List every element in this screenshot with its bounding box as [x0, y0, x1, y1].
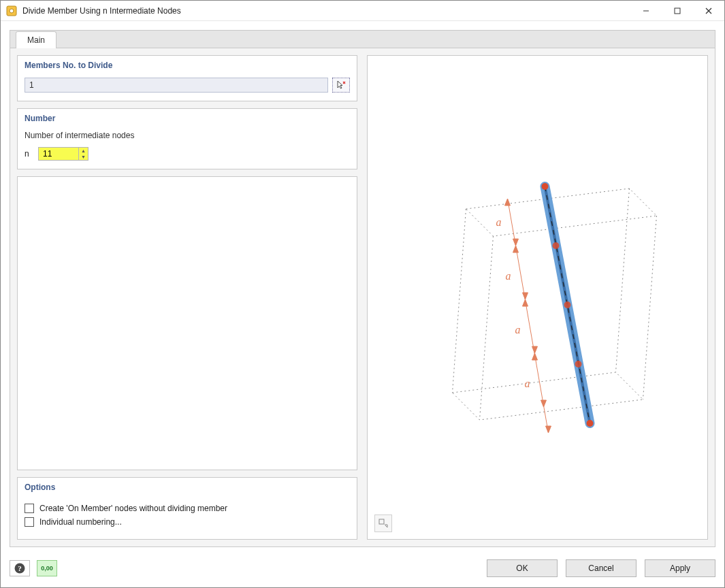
tab-main[interactable]: Main: [16, 31, 57, 48]
checkbox-create-on-member[interactable]: Create 'On Member' nodes without dividin…: [25, 504, 350, 513]
svg-point-18: [553, 242, 560, 249]
svg-point-1: [10, 9, 14, 13]
pick-members-button[interactable]: [332, 78, 350, 93]
cancel-button[interactable]: Cancel: [566, 559, 637, 577]
svg-marker-8: [466, 189, 657, 236]
pointer-icon: [336, 80, 347, 91]
svg-line-22: [508, 199, 549, 433]
svg-marker-27: [523, 299, 528, 306]
app-icon: [6, 5, 17, 16]
preview-pane: a a a a: [367, 55, 708, 540]
units-button[interactable]: 0,00: [37, 560, 57, 576]
svg-rect-3: [675, 8, 680, 14]
help-icon: ?: [14, 562, 26, 574]
window-controls: [630, 1, 724, 21]
spin-down-icon[interactable]: ▼: [79, 154, 88, 160]
checkbox-create-on-member-label: Create 'On Member' nodes without dividin…: [39, 504, 227, 513]
preview-illustration: a a a a: [368, 56, 707, 539]
svg-marker-24: [513, 239, 519, 246]
number-label: Number of intermediate nodes: [25, 131, 350, 140]
help-button[interactable]: ?: [10, 560, 30, 576]
n-spinner[interactable]: ▲ ▼: [38, 147, 88, 161]
svg-rect-32: [379, 519, 384, 524]
n-input[interactable]: [39, 148, 78, 160]
svg-line-10: [453, 209, 466, 393]
svg-marker-31: [546, 426, 551, 433]
maximize-button[interactable]: [662, 1, 693, 21]
svg-line-11: [616, 189, 630, 372]
checkbox-individual-numbering[interactable]: Individual numbering...: [25, 517, 350, 527]
preview-reset-button[interactable]: [374, 514, 392, 532]
close-button[interactable]: [693, 1, 724, 21]
minimize-button[interactable]: [630, 1, 662, 21]
checkbox-icon: [25, 504, 34, 513]
group-number-header: Number: [18, 109, 357, 128]
group-options-header: Options: [18, 478, 357, 497]
svg-marker-28: [532, 346, 538, 353]
apply-button[interactable]: Apply: [645, 559, 715, 577]
spin-up-icon[interactable]: ▲: [79, 148, 88, 154]
svg-point-21: [587, 420, 594, 427]
checkbox-icon: [25, 517, 34, 527]
svg-line-12: [643, 216, 657, 399]
segment-label: a: [525, 378, 530, 389]
titlebar: Divide Member Using n Intermediate Nodes: [1, 1, 724, 21]
reset-view-icon: [378, 518, 389, 529]
svg-marker-30: [541, 400, 547, 407]
ok-button[interactable]: OK: [487, 559, 558, 577]
n-prefix: n: [25, 149, 33, 159]
svg-line-13: [480, 236, 494, 420]
group-spacer: [17, 176, 357, 470]
svg-point-19: [564, 301, 571, 308]
group-members: Members No. to Divide: [17, 55, 357, 101]
svg-point-17: [542, 183, 549, 190]
segment-label: a: [515, 324, 521, 336]
segment-label: a: [506, 270, 511, 282]
group-members-header: Members No. to Divide: [18, 56, 357, 75]
svg-marker-9: [453, 372, 643, 420]
svg-marker-23: [505, 199, 511, 206]
svg-text:?: ?: [18, 564, 22, 572]
svg-marker-25: [513, 246, 519, 252]
units-icon-label: 0,00: [41, 565, 53, 572]
segment-label: a: [496, 216, 502, 228]
window-title: Divide Member Using n Intermediate Nodes: [22, 6, 630, 16]
group-options: Options Create 'On Member' nodes without…: [17, 477, 357, 540]
group-number: Number Number of intermediate nodes n ▲ …: [17, 108, 357, 169]
members-input[interactable]: [25, 78, 328, 93]
svg-point-20: [575, 361, 582, 368]
svg-marker-29: [532, 353, 538, 360]
svg-marker-26: [523, 293, 528, 299]
tabstrip: Main: [10, 30, 715, 48]
checkbox-individual-numbering-label: Individual numbering...: [39, 517, 122, 527]
